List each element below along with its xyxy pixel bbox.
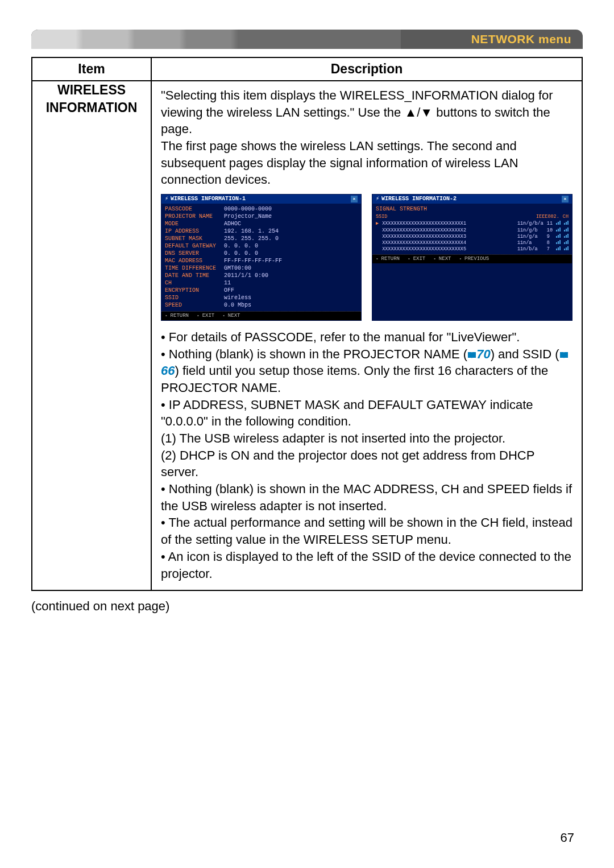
signal-cell	[556, 234, 561, 239]
col-ieee802: IEEE802.	[536, 214, 559, 220]
signal-cell	[564, 221, 569, 226]
footer-button[interactable]: RETURN	[376, 256, 400, 262]
signal-cell	[564, 234, 569, 239]
setting-key: MAC ADDRESS	[165, 258, 216, 264]
signal-cell: XXXXXXXXXXXXXXXXXXXXXXXXXXXX3	[382, 234, 514, 239]
header-description: Description	[151, 57, 582, 81]
setting-value: 255. 255. 255. 0	[224, 235, 358, 242]
signal-bars-icon	[564, 221, 569, 225]
signal-cell	[564, 246, 569, 252]
signal-cell: 11n/g/b	[517, 228, 544, 233]
signal-cell: 9	[547, 234, 553, 239]
setting-key: DNS SERVER	[165, 250, 216, 257]
intro-paragraph: "Selecting this item displays the WIRELE…	[161, 87, 572, 188]
continued-note: (continued on next page)	[31, 599, 583, 614]
setting-key: DEFAULT GATEWAY	[165, 243, 216, 250]
col-ch: CH	[563, 214, 569, 220]
signal-bars-icon	[564, 246, 569, 250]
item-label-line1: WIRELESS	[57, 82, 126, 97]
signal-cell	[376, 228, 379, 233]
setting-value: 11	[224, 280, 358, 287]
wireless-info-table: Item Description WIRELESS INFORMATION "S…	[31, 57, 583, 591]
signal-bars-icon	[564, 240, 569, 244]
signal-bars-icon	[564, 228, 569, 232]
setting-key: ENCRYPTION	[165, 287, 216, 294]
signal-cell: 11n/g/b/a	[517, 221, 544, 226]
signal-bars-icon	[556, 240, 561, 244]
signal-cell: ▶	[376, 221, 379, 226]
signal-cell	[556, 221, 561, 226]
signal-cell	[556, 246, 561, 252]
dialog2-footer: RETURNEXITNEXTPREVIOUS	[372, 254, 572, 263]
setting-key: SUBNET MASK	[165, 235, 216, 242]
footer-button[interactable]: NEXT	[222, 313, 240, 319]
signal-bars-icon	[556, 228, 561, 232]
footer-button[interactable]: NEXT	[433, 256, 451, 262]
signal-cell: 11n/a	[517, 240, 544, 246]
signal-bars-icon	[556, 234, 561, 238]
page-number: 67	[561, 830, 574, 845]
setting-value: FF-FF-FF-FF-FF-FF	[224, 258, 358, 264]
manual-ref-icon	[467, 346, 476, 354]
setting-value: 0. 0. 0. 0	[224, 243, 358, 250]
footer-button[interactable]: RETURN	[165, 313, 189, 319]
setting-key: TIME DIFFERENCE	[165, 265, 216, 272]
signal-cell: XXXXXXXXXXXXXXXXXXXXXXXXXXXX4	[382, 240, 514, 246]
setting-key: IP ADDRESS	[165, 228, 216, 235]
row-item-name: WIRELESS INFORMATION	[32, 81, 151, 590]
footer-button[interactable]: EXIT	[197, 313, 214, 319]
setting-key: DATE AND TIME	[165, 272, 216, 279]
dialog1-settings-grid: PASSCODE0000-0000-0000PROJECTOR NAMEProj…	[165, 206, 358, 309]
setting-value: OFF	[224, 287, 358, 294]
signal-bars-icon	[556, 246, 561, 250]
setting-key: SPEED	[165, 302, 216, 309]
dialog1-title-text: WIRELESS INFORMATION-1	[168, 196, 351, 202]
signal-bars-icon	[556, 221, 561, 225]
page-ref: 66	[161, 363, 175, 378]
signal-cell: 10	[547, 228, 553, 233]
section-banner: NETWORK menu	[31, 30, 583, 49]
signal-cell	[556, 240, 561, 246]
setting-value: 0000-0000-0000	[224, 206, 358, 213]
setting-value: GMT00:00	[224, 265, 358, 272]
close-icon[interactable]: ×	[351, 196, 358, 202]
setting-value: 0.0 Mbps	[224, 302, 358, 309]
signal-cell: 11	[547, 221, 553, 226]
dialog2-signal-grid: ▶XXXXXXXXXXXXXXXXXXXXXXXXXXXX111n/g/b/a1…	[376, 221, 569, 252]
item-label-line2: INFORMATION	[46, 100, 138, 115]
signal-cell: 11n/b/a	[517, 246, 544, 252]
footer-button[interactable]: EXIT	[408, 256, 425, 262]
wireless-info-dialog-1: ⚡ WIRELESS INFORMATION-1 × PASSCODE0000-…	[161, 194, 362, 321]
page-ref: 70	[476, 347, 490, 361]
header-item: Item	[32, 57, 151, 81]
signal-cell	[564, 240, 569, 246]
dialog1-titlebar: ⚡ WIRELESS INFORMATION-1 ×	[161, 195, 361, 204]
signal-cell: XXXXXXXXXXXXXXXXXXXXXXXXXXXX2	[382, 228, 514, 233]
setting-key: SSID	[165, 295, 216, 301]
dialog1-footer: RETURNEXITNEXT	[161, 311, 361, 320]
signal-cell	[556, 228, 561, 233]
signal-cell	[376, 246, 379, 252]
setting-value: Projector_Name	[224, 213, 358, 220]
banner-title: NETWORK menu	[471, 32, 571, 46]
signal-cell	[376, 234, 379, 239]
bullets-paragraph: • For details of PASSCODE, refer to the …	[161, 329, 572, 582]
setting-value: 192. 168. 1. 254	[224, 228, 358, 235]
dialog2-column-headers: SSID IEEE802. CH	[376, 214, 569, 220]
setting-value: wireless	[224, 295, 358, 301]
signal-cell: 11n/g/a	[517, 234, 544, 239]
col-ssid: SSID	[376, 214, 533, 220]
close-icon[interactable]: ×	[562, 196, 569, 202]
dialog2-titlebar: ⚡ WIRELESS INFORMATION-2 ×	[372, 195, 572, 204]
row-description: "Selecting this item displays the WIRELE…	[151, 81, 582, 590]
setting-value: 2011/1/1 0:00	[224, 272, 358, 279]
signal-bars-icon	[564, 234, 569, 238]
signal-cell	[376, 240, 379, 246]
setting-key: PASSCODE	[165, 206, 216, 213]
signal-cell: 7	[547, 246, 553, 252]
signal-cell: 8	[547, 240, 553, 246]
signal-cell	[564, 228, 569, 233]
dialog2-title-text: WIRELESS INFORMATION-2	[379, 196, 562, 202]
setting-value: ADHOC	[224, 221, 358, 228]
footer-button[interactable]: PREVIOUS	[459, 256, 489, 262]
